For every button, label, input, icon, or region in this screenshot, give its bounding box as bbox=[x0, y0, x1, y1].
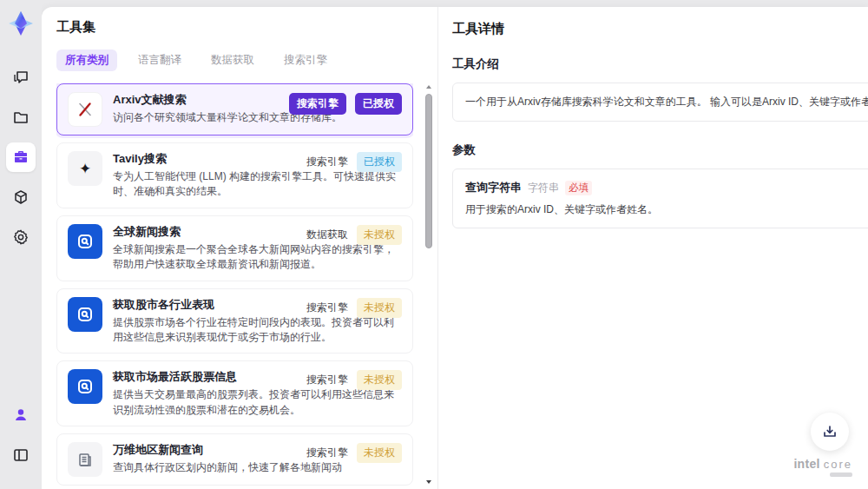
list-scrollbar bbox=[424, 83, 433, 486]
toolbox-icon bbox=[12, 149, 30, 166]
status-badge: 未授权 bbox=[357, 443, 402, 463]
status-badge: 已授权 bbox=[355, 93, 402, 115]
sidebar-rail bbox=[0, 0, 42, 489]
parameter-item: 查询字符串 字符串 必填 用于搜索的Arxiv ID、关键字或作者姓名。 bbox=[452, 169, 868, 228]
page-title: 工具集 bbox=[56, 19, 411, 36]
sidebar-item-chat[interactable] bbox=[6, 63, 36, 92]
tool-detail-pane: 工具详情 工具介绍 一个用于从Arxiv存储库搜索科学论文和文章的工具。 输入可… bbox=[438, 7, 868, 489]
tool-list-pane: 工具集 所有类别 语言翻译 数据获取 搜索引擎 Arxiv文献搜索 访问各个研究… bbox=[42, 7, 438, 489]
parameter-type: 字符串 bbox=[528, 181, 559, 195]
search-blue-icon bbox=[68, 297, 102, 332]
user-icon bbox=[12, 406, 30, 424]
sidebar-item-toolbox[interactable] bbox=[6, 142, 36, 172]
parameter-description: 用于搜索的Arxiv ID、关键字或作者姓名。 bbox=[465, 202, 868, 217]
tool-card-arxiv[interactable]: Arxiv文献搜索 访问各个研究领域大量科学论文和文章的存储库。 搜索引擎 已授… bbox=[56, 83, 413, 135]
settings-icon bbox=[12, 228, 30, 246]
panel-toggle-icon bbox=[12, 446, 30, 464]
tool-description: 全球新闻搜索是一个聚合全球各大新闻网站内容的搜索引擎，帮助用户快速获取全球最新资… bbox=[113, 242, 402, 273]
category-label: 数据获取 bbox=[306, 228, 348, 242]
app-logo bbox=[4, 7, 37, 40]
category-badge: 搜索引擎 bbox=[289, 93, 346, 115]
parameter-name: 查询字符串 bbox=[465, 180, 522, 195]
category-label: 搜索引擎 bbox=[306, 373, 348, 387]
sidebar-item-files[interactable] bbox=[6, 102, 36, 132]
category-label: 搜索引擎 bbox=[306, 301, 348, 315]
star-icon: ✦ bbox=[68, 151, 102, 186]
tab-search-engine[interactable]: 搜索引擎 bbox=[275, 50, 336, 71]
folder-icon bbox=[12, 109, 30, 126]
tool-card-sector-performance[interactable]: 获取股市各行业表现 提供股票市场各个行业在特定时间段内的表现。投资者可以利用这些… bbox=[56, 288, 413, 354]
core-wordmark: core bbox=[824, 458, 852, 471]
tool-description: 专为人工智能代理 (LLM) 构建的搜索引擎工具。可快速提供实时、准确和真实的结… bbox=[113, 169, 402, 200]
intro-section-title: 工具介绍 bbox=[452, 56, 868, 72]
scrollbar-up-arrow[interactable] bbox=[425, 83, 432, 90]
status-badge: 未授权 bbox=[357, 298, 402, 318]
intel-wordmark: intel bbox=[793, 457, 819, 471]
download-button[interactable] bbox=[811, 413, 849, 451]
tab-translation[interactable]: 语言翻译 bbox=[129, 50, 190, 71]
category-label: 搜索引擎 bbox=[306, 446, 348, 460]
tab-data-fetch[interactable]: 数据获取 bbox=[202, 50, 263, 71]
tool-card-active-stocks[interactable]: 获取市场最活跃股票信息 提供当天交易量最高的股票列表。投资者可以利用这些信息来识… bbox=[56, 360, 413, 426]
sidebar-item-account[interactable] bbox=[6, 400, 36, 430]
sidebar-item-panel-toggle[interactable] bbox=[6, 440, 36, 470]
intel-core-sub-mark bbox=[830, 472, 852, 477]
params-section-title: 参数 bbox=[452, 142, 868, 158]
tool-description: 提供股票市场各个行业在特定时间段内的表现。投资者可以利用这些信息来识别表现优于或… bbox=[113, 315, 402, 346]
search-blue-icon bbox=[68, 369, 102, 404]
news-icon bbox=[68, 442, 102, 477]
download-icon bbox=[821, 423, 838, 440]
intel-core-logo: intel core bbox=[793, 457, 852, 477]
arxiv-icon bbox=[68, 92, 102, 127]
tab-all-categories[interactable]: 所有类别 bbox=[56, 50, 117, 71]
cube-icon bbox=[12, 188, 30, 206]
status-badge: 已授权 bbox=[357, 152, 402, 172]
required-badge: 必填 bbox=[565, 181, 592, 195]
tool-list: Arxiv文献搜索 访问各个研究领域大量科学论文和文章的存储库。 搜索引擎 已授… bbox=[56, 83, 413, 489]
tool-intro-text: 一个用于从Arxiv存储库搜索科学论文和文章的工具。 输入可以是Arxiv ID… bbox=[452, 83, 868, 122]
chat-icon bbox=[12, 69, 30, 86]
category-label: 搜索引擎 bbox=[306, 155, 348, 169]
tool-card-global-news[interactable]: 全球新闻搜索 全球新闻搜索是一个聚合全球各大新闻网站内容的搜索引擎，帮助用户快速… bbox=[56, 215, 413, 281]
status-badge: 未授权 bbox=[357, 370, 402, 390]
tool-card-tavily[interactable]: ✦ Tavily搜索 专为人工智能代理 (LLM) 构建的搜索引擎工具。可快速提… bbox=[56, 142, 413, 208]
detail-title: 工具详情 bbox=[452, 21, 868, 37]
scrollbar-down-arrow[interactable] bbox=[425, 479, 432, 486]
sidebar-item-models[interactable] bbox=[6, 182, 36, 212]
status-badge: 未授权 bbox=[357, 225, 402, 245]
tool-description: 提供当天交易量最高的股票列表。投资者可以利用这些信息来识别流动性强的股票和潜在的… bbox=[113, 387, 402, 418]
main-content: 工具集 所有类别 语言翻译 数据获取 搜索引擎 Arxiv文献搜索 访问各个研究… bbox=[42, 7, 868, 489]
scrollbar-thumb[interactable] bbox=[425, 94, 432, 248]
search-blue-icon bbox=[68, 224, 102, 259]
sidebar-item-settings[interactable] bbox=[6, 222, 36, 252]
category-tabs: 所有类别 语言翻译 数据获取 搜索引擎 bbox=[56, 50, 411, 71]
tool-card-region-news[interactable]: 万维地区新闻查询 查询具体行政区划内的新闻，快速了解各地新闻动 搜索引擎 未授权 bbox=[56, 433, 413, 486]
